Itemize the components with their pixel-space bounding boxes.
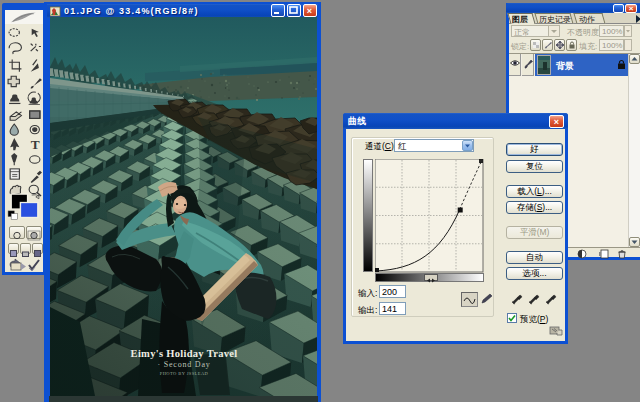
svg-text:PHOTO BY JSSLEAD: PHOTO BY JSSLEAD: [160, 371, 209, 376]
svg-text:T: T: [31, 139, 40, 152]
svg-text:· Second Day: · Second Day: [157, 360, 210, 369]
svg-text:Eimy's Holiday Travel: Eimy's Holiday Travel: [131, 348, 238, 359]
